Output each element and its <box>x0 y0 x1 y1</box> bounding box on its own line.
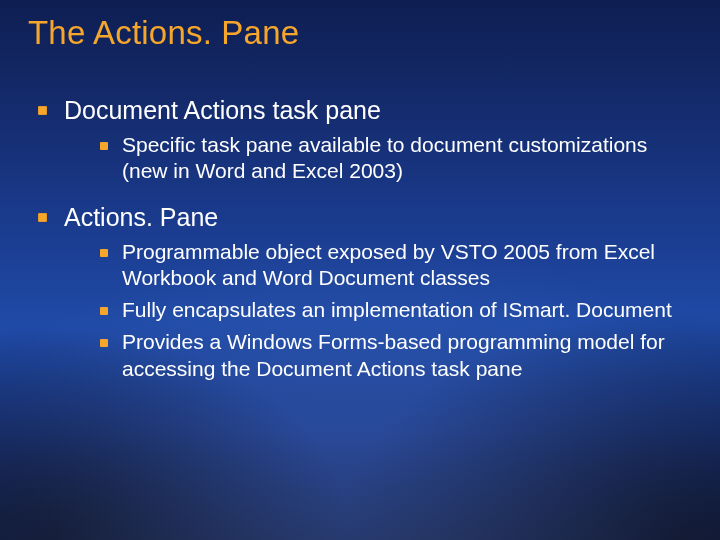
sub-bullet-text: Specific task pane available to document… <box>122 132 686 185</box>
bullet-item: Document Actions task pane Specific task… <box>38 94 686 185</box>
sub-bullet-list: Specific task pane available to document… <box>100 132 686 185</box>
bullet-text: Actions. Pane <box>64 201 686 233</box>
sub-bullet-item: Programmable object exposed by VSTO 2005… <box>100 239 686 292</box>
sub-bullet-item: Specific task pane available to document… <box>100 132 686 185</box>
sub-bullet-item: Provides a Windows Forms-based programmi… <box>100 329 686 382</box>
bullet-text: Document Actions task pane <box>64 94 686 126</box>
sub-bullet-list: Programmable object exposed by VSTO 2005… <box>100 239 686 382</box>
sub-bullet-item: Fully encapsulates an implementation of … <box>100 297 686 323</box>
slide-title: The Actions. Pane <box>28 14 686 52</box>
sub-bullet-text: Provides a Windows Forms-based programmi… <box>122 329 686 382</box>
sub-bullet-text: Programmable object exposed by VSTO 2005… <box>122 239 686 292</box>
slide: The Actions. Pane Document Actions task … <box>0 0 720 540</box>
sub-bullet-text: Fully encapsulates an implementation of … <box>122 297 686 323</box>
bullet-item: Actions. Pane Programmable object expose… <box>38 201 686 382</box>
bullet-list: Document Actions task pane Specific task… <box>38 94 686 382</box>
